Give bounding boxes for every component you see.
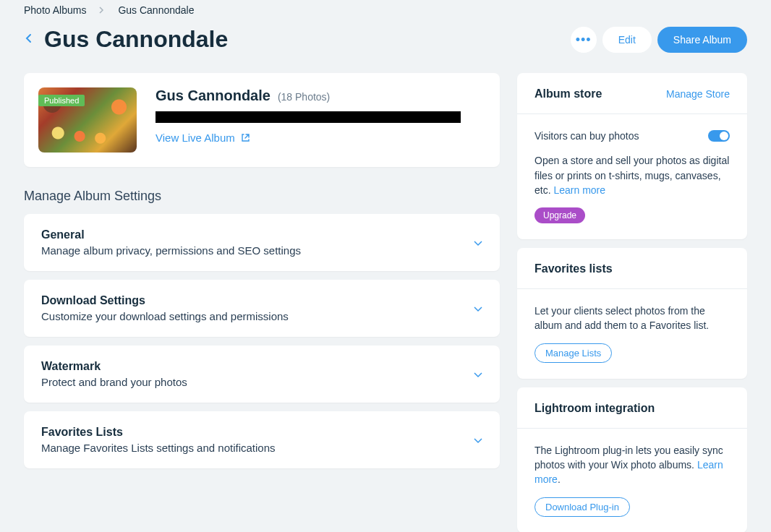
favorites-description: Let your clients select photos from the …: [534, 304, 730, 333]
breadcrumb-root[interactable]: Photo Albums: [24, 4, 86, 16]
settings-row-desc: Protect and brand your photos: [41, 376, 187, 388]
manage-store-link[interactable]: Manage Store: [666, 88, 730, 100]
settings-row-favorites[interactable]: Favorites Lists Manage Favorites Lists s…: [24, 411, 500, 468]
album-thumbnail: Published: [38, 87, 137, 153]
settings-row-desc: Manage album privacy, permissions and SE…: [41, 244, 301, 257]
settings-row-download[interactable]: Download Settings Customize your downloa…: [24, 280, 500, 337]
store-learn-more-link[interactable]: Learn more: [553, 184, 605, 196]
album-summary-card: Published Gus Cannondale (18 Photos) Vie…: [24, 73, 500, 167]
manage-lists-button[interactable]: Manage Lists: [534, 343, 612, 363]
lightroom-card: Lightroom integration The Lightroom plug…: [517, 387, 747, 532]
more-actions-button[interactable]: •••: [571, 27, 597, 53]
share-album-button[interactable]: Share Album: [657, 27, 747, 53]
chevron-down-icon: [474, 434, 482, 446]
view-live-album-link[interactable]: View Live Album: [156, 132, 250, 144]
lightroom-title: Lightroom integration: [534, 402, 655, 415]
settings-row-title: Favorites Lists: [41, 426, 276, 439]
store-toggle[interactable]: [708, 130, 730, 142]
back-arrow-icon[interactable]: [24, 33, 34, 46]
favorites-title: Favorites lists: [534, 262, 613, 275]
photo-count: (18 Photos): [278, 91, 330, 103]
chevron-right-icon: [99, 4, 105, 16]
download-plugin-button[interactable]: Download Plug-in: [534, 497, 630, 517]
settings-row-title: General: [41, 228, 301, 241]
redacted-url: [156, 111, 461, 123]
settings-row-title: Watermark: [41, 360, 187, 373]
chevron-down-icon: [474, 237, 482, 249]
favorites-card: Favorites lists Let your clients select …: [517, 248, 747, 379]
view-live-album-label: View Live Album: [156, 132, 235, 144]
status-badge: Published: [38, 95, 85, 106]
edit-button[interactable]: Edit: [602, 27, 652, 53]
settings-row-title: Download Settings: [41, 294, 289, 307]
external-link-icon: [241, 133, 250, 142]
chevron-down-icon: [474, 303, 482, 314]
lightroom-period: .: [558, 473, 561, 485]
settings-row-desc: Customize your download settings and per…: [41, 310, 289, 322]
album-store-title: Album store: [534, 87, 602, 100]
breadcrumb: Photo Albums Gus Cannondale: [24, 0, 747, 16]
album-name: Gus Cannondale: [156, 87, 271, 104]
breadcrumb-current: Gus Cannondale: [118, 4, 194, 16]
lightroom-description: The Lightroom plug-in lets you easily sy…: [534, 445, 723, 471]
upgrade-button[interactable]: Upgrade: [534, 207, 585, 223]
settings-row-desc: Manage Favorites Lists settings and noti…: [41, 442, 276, 454]
settings-row-general[interactable]: General Manage album privacy, permission…: [24, 214, 500, 271]
settings-heading: Manage Album Settings: [24, 189, 500, 204]
album-store-card: Album store Manage Store Visitors can bu…: [517, 73, 747, 239]
chevron-down-icon: [474, 369, 482, 380]
settings-row-watermark[interactable]: Watermark Protect and brand your photos: [24, 346, 500, 403]
store-toggle-label: Visitors can buy photos: [534, 129, 639, 143]
page-title: Gus Cannondale: [44, 26, 228, 53]
